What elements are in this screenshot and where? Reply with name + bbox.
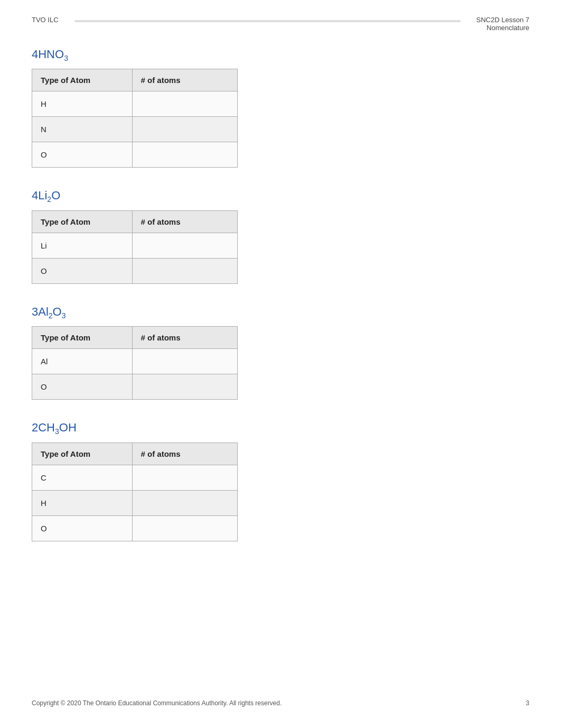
progress-bar-container — [74, 16, 461, 22]
formula-title-4: 2CH3OH — [32, 421, 529, 436]
page-number: 3 — [526, 699, 529, 707]
table-row: O — [32, 258, 238, 283]
formula-title-2: 4Li2O — [32, 189, 529, 204]
table-row: O — [32, 515, 238, 541]
course-subtitle: Nomenclature — [476, 24, 529, 32]
course-title: SNC2D Lesson 7 — [476, 16, 529, 24]
page-header: TVO ILC SNC2D Lesson 7 Nomenclature — [0, 0, 561, 37]
section-4: 2CH3OH Type of Atom # of atoms C H — [32, 421, 529, 541]
progress-bar — [74, 20, 461, 22]
copyright-text: Copyright © 2020 The Ontario Educational… — [32, 699, 282, 707]
atom-type: N — [32, 117, 133, 142]
col-header-count-3: # of atoms — [132, 327, 238, 349]
atom-type: H — [32, 91, 133, 117]
col-header-count-2: # of atoms — [132, 210, 238, 233]
section-2: 4Li2O Type of Atom # of atoms Li O — [32, 189, 529, 283]
atom-type: O — [32, 142, 133, 168]
table-row: H — [32, 490, 238, 515]
main-content: 4HNO3 Type of Atom # of atoms H N — [0, 37, 561, 594]
atom-type: O — [32, 258, 133, 283]
col-header-count-1: # of atoms — [132, 69, 238, 91]
atom-type: H — [32, 490, 133, 515]
col-header-type-1: Type of Atom — [32, 69, 133, 91]
col-header-count-4: # of atoms — [132, 443, 238, 465]
formula-title-1: 4HNO3 — [32, 48, 529, 62]
course-info: SNC2D Lesson 7 Nomenclature — [476, 16, 529, 32]
table-row: N — [32, 117, 238, 142]
section-3: 3Al2O3 Type of Atom # of atoms Al O — [32, 305, 529, 400]
atom-count — [132, 374, 238, 400]
col-header-type-4: Type of Atom — [32, 443, 133, 465]
table-row: Li — [32, 233, 238, 258]
atom-count — [132, 233, 238, 258]
atom-type: C — [32, 465, 133, 490]
atom-type: O — [32, 374, 133, 400]
col-header-type-2: Type of Atom — [32, 210, 133, 233]
atom-count — [132, 490, 238, 515]
brand-label: TVO ILC — [32, 16, 59, 24]
table-row: C — [32, 465, 238, 490]
atom-type: O — [32, 515, 133, 541]
atom-table-3: Type of Atom # of atoms Al O — [32, 326, 238, 400]
atom-count — [132, 142, 238, 168]
section-1: 4HNO3 Type of Atom # of atoms H N — [32, 48, 529, 168]
col-header-type-3: Type of Atom — [32, 327, 133, 349]
atom-type: Al — [32, 349, 133, 374]
atom-count — [132, 465, 238, 490]
table-row: Al — [32, 349, 238, 374]
atom-table-1: Type of Atom # of atoms H N O — [32, 69, 238, 168]
atom-type: Li — [32, 233, 133, 258]
atom-count — [132, 515, 238, 541]
table-row: H — [32, 91, 238, 117]
atom-count — [132, 258, 238, 283]
atom-table-2: Type of Atom # of atoms Li O — [32, 210, 238, 284]
page-footer: Copyright © 2020 The Ontario Educational… — [32, 699, 529, 707]
table-row: O — [32, 374, 238, 400]
table-row: O — [32, 142, 238, 168]
formula-title-3: 3Al2O3 — [32, 305, 529, 320]
atom-count — [132, 117, 238, 142]
atom-count — [132, 349, 238, 374]
atom-count — [132, 91, 238, 117]
atom-table-4: Type of Atom # of atoms C H O — [32, 443, 238, 541]
